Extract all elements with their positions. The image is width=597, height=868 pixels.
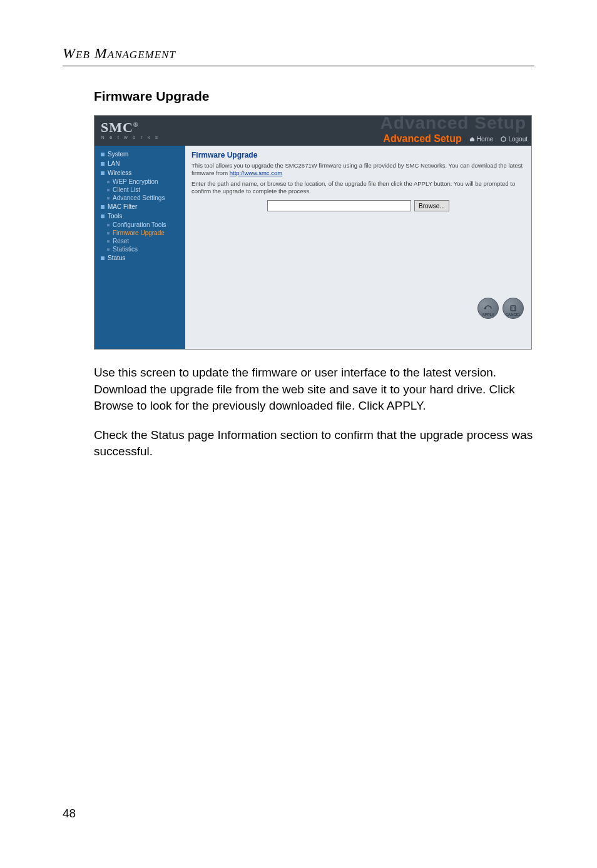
- sidebar: System LAN Wireless WEP Encryption Clien…: [94, 146, 185, 349]
- logout-link[interactable]: Logout: [497, 135, 531, 143]
- home-label: Home: [477, 136, 494, 143]
- sidebar-label: Reset: [113, 238, 129, 245]
- bullet-icon: [101, 214, 105, 218]
- home-link[interactable]: Home: [466, 135, 498, 143]
- action-buttons: APPLY CANCEL: [477, 298, 524, 319]
- svg-rect-1: [511, 306, 516, 311]
- page-header: Web Management: [0, 0, 597, 62]
- sidebar-label: Tools: [108, 213, 122, 220]
- bullet-icon: [107, 197, 110, 199]
- bullet-icon: [107, 189, 110, 191]
- browse-button[interactable]: Browse...: [414, 200, 449, 211]
- page-number: 48: [63, 807, 76, 820]
- cancel-button[interactable]: CANCEL: [503, 298, 524, 319]
- sidebar-item-wireless[interactable]: Wireless: [94, 168, 185, 178]
- brand-subtext: N e t w o r k s: [101, 134, 185, 140]
- sidebar-label: System: [108, 151, 128, 158]
- header-rule: [63, 66, 534, 66]
- brand-text: SMC: [101, 119, 133, 135]
- sidebar-sub-reset[interactable]: Reset: [94, 237, 185, 245]
- ss-body: System LAN Wireless WEP Encryption Clien…: [94, 146, 531, 349]
- bullet-icon: [101, 162, 105, 166]
- sidebar-item-macfilter[interactable]: MAC Filter: [94, 202, 185, 211]
- sidebar-label: Client List: [113, 186, 140, 193]
- apply-icon: [484, 305, 492, 312]
- header-bar: Advanced Setup Home Logout: [383, 133, 531, 144]
- cancel-label: CANCEL: [506, 313, 521, 316]
- brand-reg: ®: [133, 121, 138, 128]
- sidebar-sub-advanced[interactable]: Advanced Settings: [94, 194, 185, 202]
- sidebar-label: Statistics: [113, 246, 138, 253]
- body-paragraph-1: Use this screen to update the firmware o…: [94, 365, 534, 415]
- bullet-icon: [107, 232, 110, 235]
- ss-header: SMC® N e t w o r k s Advanced Setup Adva…: [94, 116, 531, 146]
- sidebar-item-lan[interactable]: LAN: [94, 159, 185, 168]
- sidebar-sub-clientlist[interactable]: Client List: [94, 186, 185, 194]
- sidebar-sub-wep[interactable]: WEP Encryption: [94, 178, 185, 186]
- section-title: Firmware Upgrade: [94, 89, 597, 104]
- content-title: Firmware Upgrade: [191, 151, 525, 159]
- bullet-icon: [107, 181, 110, 183]
- content-paragraph-2: Enter the path and name, or browse to th…: [191, 180, 525, 196]
- sidebar-label: Status: [108, 255, 125, 261]
- bullet-icon: [101, 153, 105, 156]
- router-ui-screenshot: SMC® N e t w o r k s Advanced Setup Adva…: [94, 115, 532, 350]
- apply-label: APPLY: [482, 313, 494, 316]
- sidebar-sub-config[interactable]: Configuration Tools: [94, 221, 185, 229]
- bullet-icon: [101, 205, 105, 209]
- sidebar-item-status[interactable]: Status: [94, 253, 185, 263]
- home-icon: [469, 136, 475, 142]
- sidebar-item-tools[interactable]: Tools: [94, 211, 185, 221]
- bullet-icon: [107, 224, 110, 226]
- bullet-icon: [101, 256, 105, 260]
- body-paragraph-2: Check the Status page Information sectio…: [94, 427, 534, 460]
- sidebar-label: Wireless: [108, 169, 131, 176]
- logout-label: Logout: [508, 136, 528, 143]
- watermark-text: Advanced Setup: [380, 115, 526, 133]
- smc-link[interactable]: http://www.smc.com: [230, 169, 282, 176]
- advanced-setup-label: Advanced Setup: [383, 133, 465, 144]
- sidebar-label: LAN: [108, 160, 120, 167]
- logout-icon: [501, 136, 506, 142]
- sidebar-sub-firmware[interactable]: Firmware Upgrade: [94, 229, 185, 237]
- sidebar-label: MAC Filter: [108, 203, 137, 210]
- upload-row: Browse...: [191, 200, 525, 211]
- ss-header-right: Advanced Setup Advanced Setup Home Logou…: [185, 116, 531, 146]
- sidebar-label: Advanced Settings: [113, 194, 165, 201]
- sidebar-label: Configuration Tools: [113, 221, 166, 228]
- bullet-icon: [107, 240, 110, 243]
- sidebar-label: Firmware Upgrade: [113, 230, 165, 236]
- bullet-icon: [101, 171, 105, 175]
- file-path-input[interactable]: [267, 200, 411, 211]
- svg-point-0: [501, 136, 506, 141]
- sidebar-label: WEP Encryption: [113, 178, 158, 185]
- sidebar-item-system[interactable]: System: [94, 149, 185, 159]
- content-panel: Firmware Upgrade This tool allows you to…: [185, 146, 531, 349]
- bullet-icon: [107, 248, 110, 251]
- content-paragraph-1: This tool allows you to upgrade the SMC2…: [191, 162, 525, 178]
- cancel-icon: [509, 305, 518, 312]
- brand-logo: SMC®: [101, 119, 185, 136]
- ss-logo-area: SMC® N e t w o r k s: [94, 116, 185, 146]
- apply-button[interactable]: APPLY: [477, 298, 499, 319]
- sidebar-sub-stats[interactable]: Statistics: [94, 245, 185, 253]
